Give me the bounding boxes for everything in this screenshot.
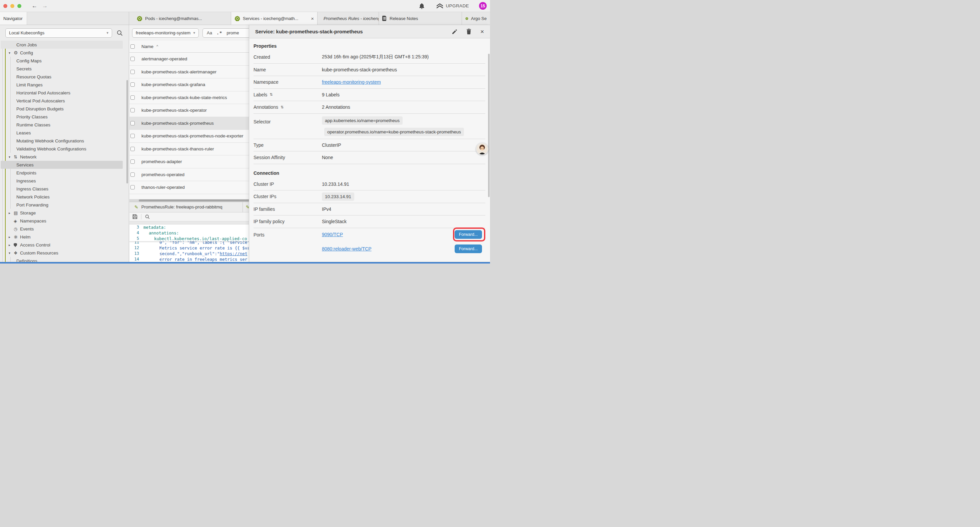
sidebar-item[interactable]: Limit Ranges [1,81,123,89]
match-case-toggle[interactable]: Aa [207,30,212,35]
select-all-checkbox[interactable] [130,45,135,49]
forward-button-9090[interactable]: Forward... [455,230,482,239]
row-checkbox[interactable] [130,172,135,177]
tab-release-notes[interactable]: Release Notes [379,12,462,25]
tab-navigator[interactable]: Navigator [0,12,27,25]
cluster-ip-chip[interactable]: 10.233.14.91 [322,193,354,201]
sidebar-item[interactable]: Leases [1,129,123,137]
tab-pods[interactable]: Pods - icecheng@mathmas... [134,12,231,25]
sidebar-item[interactable]: Namespaces [1,217,123,225]
bell-icon[interactable] [419,3,425,9]
drawer-scrollbar[interactable] [488,54,490,197]
delete-icon[interactable] [466,29,471,34]
sidebar-item[interactable]: Ingresses [1,177,123,185]
sidebar-item[interactable]: Port Forwarding [1,201,123,209]
row-checkbox[interactable] [130,83,135,87]
save-icon[interactable] [132,214,137,219]
annotations-count[interactable]: 2 Annotations [322,104,350,110]
sidebar-item[interactable]: Horizontal Pod Autoscalers [1,89,123,97]
property-row-type: Type ClusterIP [253,139,485,152]
avatar[interactable] [476,143,488,155]
chevron-icon[interactable] [9,251,14,255]
search-icon[interactable] [117,30,123,36]
namespace-filter[interactable]: freeleaps-monitoring-system ▾ [132,29,199,38]
close-icon[interactable]: × [480,28,484,35]
property-row-created: Created 253d 16h 6m ago (2025年1月13日 GMT+… [253,51,485,64]
editor-tab-prometheusrule[interactable]: ✎ PrometheusRule: freeleaps-prod-rabbitm… [129,202,243,212]
sidebar-item[interactable]: Storage [1,209,123,217]
row-checkbox[interactable] [130,134,135,138]
editor-tab-label: PrometheusRule: freeleaps-prod-rabbitmq [142,204,223,209]
sidebar-item[interactable]: Helm [1,233,123,241]
row-checkbox[interactable] [130,70,135,74]
sidebar-item[interactable]: Network Policies [1,193,123,201]
window-zoom-button[interactable] [18,4,21,8]
code-text: second.","runbook_url":" [159,251,220,256]
tab-services[interactable]: Services - icecheng@math... × [231,12,318,25]
sidebar-item[interactable]: Services [1,161,123,169]
window-close-button[interactable] [3,4,7,8]
editor-search-icon[interactable] [145,215,150,219]
tab-argo[interactable]: Argo Se [462,12,490,25]
sort-ascending-icon[interactable]: ^ [156,45,158,48]
row-checkbox[interactable] [130,185,135,189]
service-name: alertmanager-operated [142,56,187,61]
chevron-icon[interactable] [9,211,14,215]
regex-toggle[interactable]: .* [216,30,223,35]
row-checkbox[interactable] [130,159,135,164]
chevron-icon[interactable] [9,155,14,159]
port-link-8080[interactable]: 8080:reloader-web/TCP [322,246,372,252]
sort-icon[interactable]: ⇅ [280,105,283,110]
labels-count[interactable]: 9 Labels [322,92,340,97]
sidebar-item[interactable]: Endpoints [1,169,123,177]
notification-badge[interactable]: 15 [479,2,487,10]
sidebar-item[interactable]: Mutating Webhook Configurations [1,137,123,145]
sidebar-item[interactable]: Network [1,153,123,161]
sidebar-item[interactable]: Ingress Classes [1,185,123,193]
close-tab-icon[interactable]: × [308,16,314,21]
sidebar-item[interactable]: Cron Jobs [1,41,123,49]
chevron-icon[interactable] [9,243,14,247]
sidebar-item[interactable]: Pod Disruption Budgets [1,105,123,113]
kubeconfig-selector[interactable]: Local Kubeconfigs ▾ [5,29,112,38]
tab-prometheus-rules[interactable]: Prometheus Rules - icecheng... [318,12,379,25]
back-button[interactable]: ← [32,3,37,9]
code-text: kubectl.kubernetes.io/last-applied-co [154,236,247,241]
sidebar-item[interactable]: Runtime Classes [1,121,123,129]
port-link-9090[interactable]: 9090/TCP [322,232,343,237]
row-checkbox[interactable] [130,96,135,100]
sidebar-item-label: Ingress Classes [16,186,48,191]
selector-chip[interactable]: operator.prometheus.io/name=kube-prometh… [324,128,464,136]
sidebar-item-label: Network Policies [16,194,50,199]
property-row-cluster-ips: Cluster IPs 10.233.14.91 [253,191,485,203]
sidebar-item[interactable]: Validating Webhook Configurations [1,145,123,153]
sidebar-item[interactable]: Events [1,225,123,233]
row-checkbox[interactable] [130,57,135,61]
sidebar-item[interactable]: Config Maps [1,57,123,65]
code-link[interactable]: https://net [220,251,248,256]
selector-chip[interactable]: app.kubernetes.io/name=prometheus [322,116,402,125]
sidebar-item-label: Resource Quotas [16,74,51,80]
sidebar-item[interactable]: Resource Quotas [1,73,123,81]
upgrade-button[interactable]: UPGRADE [437,3,469,9]
navigator-scrollbar[interactable] [126,80,128,183]
forward-button-8080[interactable]: Forward... [455,245,482,253]
sidebar-item[interactable]: Config [1,49,123,57]
sidebar-item[interactable]: Custom Resources [1,249,123,257]
row-checkbox[interactable] [130,121,135,126]
sidebar-item[interactable]: Access Control [1,241,123,249]
sidebar-item[interactable]: Definitions [1,257,123,262]
chevron-icon[interactable] [9,235,14,239]
sidebar-item[interactable]: Priority Classes [1,113,123,121]
sidebar-item[interactable]: Secrets [1,65,123,73]
window-minimize-button[interactable] [10,4,14,8]
namespace-link[interactable]: freeleaps-monitoring-system [322,80,381,85]
sidebar-item[interactable]: Vertical Pod Autoscalers [1,97,123,105]
row-checkbox[interactable] [130,147,135,151]
column-header-name[interactable]: Name [142,44,153,49]
chevron-icon[interactable] [9,51,14,55]
sort-icon[interactable]: ⇅ [269,92,272,97]
edit-icon[interactable] [452,29,457,34]
row-checkbox[interactable] [130,108,135,112]
forward-button[interactable]: → [42,3,48,9]
